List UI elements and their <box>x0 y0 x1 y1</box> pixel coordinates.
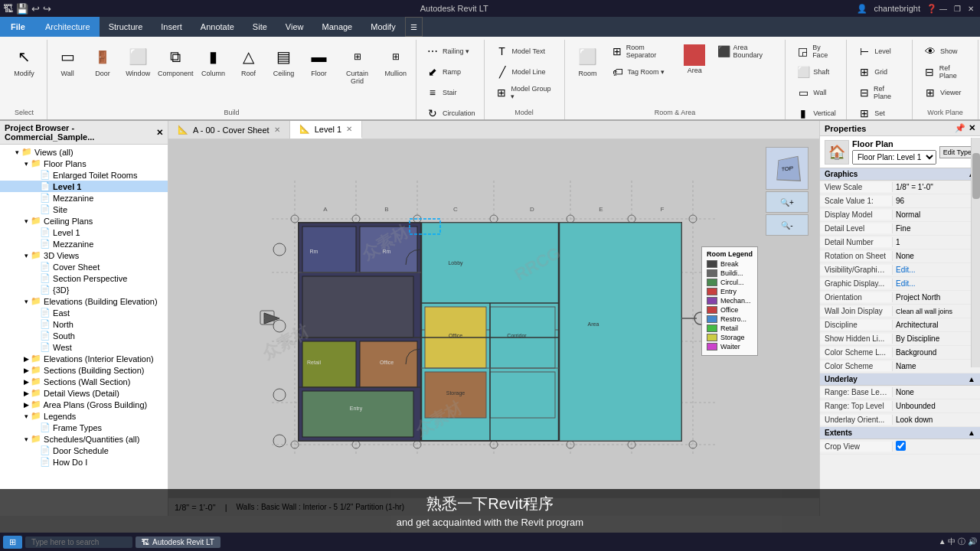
room-sep-btn[interactable]: ⊞ Room Separator <box>606 41 677 61</box>
display-model-val[interactable]: Normal <box>893 210 980 220</box>
tree-mezzanine[interactable]: 📄 Mezzanine <box>0 192 168 204</box>
orientation-val[interactable]: Project North <box>893 292 980 302</box>
area-boundary-btn[interactable]: ⬛ Area Boundary <box>713 41 779 61</box>
tab-cover-close[interactable]: ✕ <box>274 126 280 134</box>
tree-ceiling-plans[interactable]: ▾ 📁 Ceiling Plans <box>0 215 168 227</box>
window-controls[interactable]: — ❐ ✕ <box>937 2 977 15</box>
tree-ceiling-l1[interactable]: 📄 Level 1 <box>0 227 168 238</box>
detail-num-val[interactable]: 1 <box>893 237 980 247</box>
component-btn[interactable]: ⧉ Component <box>156 41 194 81</box>
nav-cube-3d[interactable]: TOP <box>766 147 808 190</box>
crop-view-val[interactable] <box>893 440 980 453</box>
collapse-underlay-icon[interactable]: ▲ <box>968 375 975 383</box>
prop-section-extents[interactable]: Extents ▲ <box>820 427 980 439</box>
roof-btn[interactable]: △ Roof <box>232 41 266 81</box>
rotation-val[interactable]: None <box>893 251 980 261</box>
nav-zoom-out[interactable]: 🔍- <box>766 214 808 236</box>
collapse-extents-icon[interactable]: ▲ <box>968 429 975 437</box>
model-line-btn[interactable]: ╱ Model Line <box>491 62 558 82</box>
model-text-btn[interactable]: T Model Text <box>491 41 558 61</box>
tree-east[interactable]: 📄 East <box>0 307 168 318</box>
menu-view[interactable]: View <box>276 17 313 37</box>
wall-join-val[interactable]: Clean all wall joins <box>893 307 980 316</box>
prop-close-icon[interactable]: ✕ <box>969 123 975 133</box>
tree-floor-plans[interactable]: ▾ 📁 Floor Plans <box>0 158 168 169</box>
stair-btn[interactable]: ≡ Stair <box>421 83 479 103</box>
room-btn[interactable]: ⬜ Room <box>571 41 605 81</box>
tree-sections-wall[interactable]: ▶ 📁 Sections (Wall Section) <box>0 376 168 387</box>
close-btn[interactable]: ✕ <box>965 2 977 15</box>
color-scheme-val[interactable]: Name <box>893 361 980 371</box>
revit-icon[interactable]: 🏗 <box>3 3 13 15</box>
graphic-display-val[interactable]: Edit... <box>893 279 980 289</box>
show-btn[interactable]: 👁 Show <box>919 41 972 61</box>
discipline-val[interactable]: Architectural <box>893 320 980 330</box>
tree-door-sched[interactable]: 📄 Door Schedule <box>0 445 168 456</box>
railing-btn[interactable]: ⋯ Railing ▾ <box>421 41 479 61</box>
crop-view-checkbox[interactable] <box>896 441 906 451</box>
tree-how-do-i[interactable]: 📄 How Do I <box>0 456 168 468</box>
tree-ceiling-mezz[interactable]: 📄 Mezzanine <box>0 238 168 249</box>
taskbar-search[interactable] <box>25 536 132 548</box>
menu-annotate[interactable]: Annotate <box>191 17 243 37</box>
top-level-val[interactable]: Unbounded <box>893 401 980 411</box>
viewer-btn[interactable]: ⊞ Viewer <box>919 83 972 103</box>
tree-section-persp[interactable]: 📄 Section Perspective <box>0 272 168 284</box>
tag-room-btn[interactable]: 🏷 Tag Room ▾ <box>606 62 677 82</box>
tab-level1[interactable]: 📐 Level 1 ✕ <box>290 121 362 139</box>
tree-3d-views[interactable]: ▾ 📁 3D Views <box>0 249 168 261</box>
scale-value-val[interactable]: 96 <box>893 196 980 206</box>
menu-structure[interactable]: Structure <box>100 17 152 37</box>
menu-architecture[interactable]: Architecture <box>36 17 100 37</box>
tree-frame-types[interactable]: 📄 Frame Types <box>0 422 168 433</box>
tree-schedules[interactable]: ▾ 📁 Schedules/Quantities (all) <box>0 433 168 445</box>
tree-legends[interactable]: ▾ 📁 Legends <box>0 410 168 422</box>
menu-site[interactable]: Site <box>243 17 276 37</box>
tree-sections-bldg[interactable]: ▶ 📁 Sections (Building Section) <box>0 364 168 376</box>
shaft-btn[interactable]: ⬜ Shaft <box>792 62 840 82</box>
tab-cover-sheet[interactable]: 📐 A - 00 - Cover Sheet ✕ <box>168 121 290 139</box>
tree-south[interactable]: 📄 South <box>0 330 168 341</box>
ref-plane-wp-btn[interactable]: ⊟ Ref Plane <box>919 62 972 82</box>
column-btn[interactable]: ▮ Column <box>197 41 230 81</box>
tab-level1-close[interactable]: ✕ <box>346 125 352 133</box>
prop-section-graphics[interactable]: Graphics ▲ <box>820 168 980 181</box>
view-scale-value[interactable]: 1/8" = 1'-0" <box>893 182 980 192</box>
ref-plane-btn[interactable]: ⊟ Ref Plane <box>853 83 906 103</box>
file-menu[interactable]: File <box>0 17 36 37</box>
tree-north[interactable]: 📄 North <box>0 318 168 330</box>
base-level-val[interactable]: None <box>893 387 980 397</box>
help-icon[interactable]: ❓ <box>926 4 937 14</box>
tree-detail-views[interactable]: ▶ 📁 Detail Views (Detail) <box>0 387 168 399</box>
tree-area-plans[interactable]: ▶ 📁 Area Plans (Gross Building) <box>0 399 168 410</box>
save-icon[interactable]: 💾 <box>16 3 28 15</box>
pb-close-icon[interactable]: ✕ <box>156 128 163 138</box>
by-face-btn[interactable]: ◲ By Face <box>792 41 840 61</box>
mullion-btn[interactable]: ⊞ Mullion <box>379 41 413 81</box>
edit-type-btn[interactable]: Edit Type <box>939 146 975 158</box>
nav-zoom-in[interactable]: 🔍+ <box>766 191 808 213</box>
door-btn[interactable]: 🚪 Door <box>86 41 119 81</box>
level-btn[interactable]: ⊢ Level <box>853 41 906 61</box>
menu-modify[interactable]: Modify <box>361 17 404 37</box>
window-btn[interactable]: ⬜ Window <box>121 41 155 81</box>
restore-btn[interactable]: ❐ <box>951 2 963 15</box>
ramp-btn[interactable]: ⬋ Ramp <box>421 62 479 82</box>
area-btn[interactable]: Area <box>678 41 711 78</box>
prop-section-underlay[interactable]: Underlay ▲ <box>820 373 980 386</box>
show-hidden-val[interactable]: By Discipline <box>893 334 980 344</box>
detail-level-val[interactable]: Fine <box>893 223 980 233</box>
prop-selector-dropdown[interactable]: Floor Plan: Level 1 <box>852 150 936 165</box>
tree-elevations-bldg[interactable]: ▾ 📁 Elevations (Building Elevation) <box>0 295 168 307</box>
wall-btn[interactable]: ▭ Wall <box>51 41 84 81</box>
modify-btn[interactable]: ↖ Modify <box>8 41 41 81</box>
menu-manage[interactable]: Manage <box>312 17 361 37</box>
tree-west[interactable]: 📄 West <box>0 341 168 353</box>
grid-btn[interactable]: ⊞ Grid <box>853 62 906 82</box>
color-scheme-loc-val[interactable]: Background <box>893 347 980 357</box>
tree-site[interactable]: 📄 Site <box>0 204 168 215</box>
canvas-area[interactable]: 众素材 众素材 众素材 RRCG <box>168 139 819 497</box>
redo-icon[interactable]: ↪ <box>43 3 51 15</box>
menu-context[interactable]: ☰ <box>405 17 423 37</box>
tree-3d[interactable]: 📄 {3D} <box>0 284 168 295</box>
